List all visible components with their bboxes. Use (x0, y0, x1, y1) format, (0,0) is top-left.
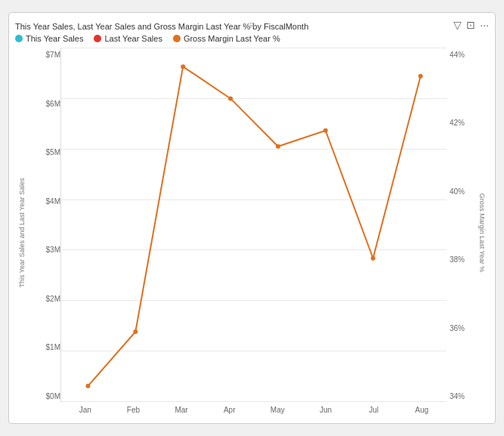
y-left-tick: $0M (46, 392, 60, 400)
x-label: Jun (304, 402, 348, 417)
y-right-tick: 38% (450, 255, 465, 264)
grid-line (61, 401, 447, 402)
y-left-tick: $4M (46, 197, 60, 206)
bar-group[interactable] (113, 51, 156, 401)
legend-label: Gross Margin Last Year % (184, 34, 280, 43)
chart-area: This Year Sales and Last Year Sales $7M$… (15, 48, 489, 417)
chart-plot (60, 48, 447, 402)
y-right-tick: 42% (450, 119, 465, 127)
bar-group[interactable] (400, 51, 444, 401)
x-label: May (256, 402, 300, 417)
legend-item: Gross Margin Last Year % (173, 34, 280, 43)
y-left-tick: $6M (46, 100, 60, 108)
x-label: Feb (112, 402, 156, 417)
legend-label: Last Year Sales (104, 34, 162, 43)
top-icons: ▽ ⊡ ··· (453, 19, 489, 31)
bar-group[interactable] (209, 51, 252, 401)
y-axis-right-label: Gross Margin Last Year % (478, 193, 486, 272)
y-axis-left-label: This Year Sales and Last Year Sales (18, 178, 26, 287)
x-labels: JanFebMarAprMayJunJulAug (60, 402, 447, 417)
drag-handle[interactable]: ≡ (249, 19, 255, 31)
bars-container (61, 48, 447, 401)
legend-label: This Year Sales (26, 34, 83, 43)
legend-dot (173, 35, 181, 42)
y-left-tick: $3M (46, 246, 60, 254)
y-left-tick: $5M (46, 148, 60, 156)
x-label: Aug (400, 402, 444, 417)
filter-icon[interactable]: ▽ (453, 19, 462, 31)
y-right-tick: 40% (450, 187, 465, 196)
bar-group[interactable] (160, 51, 204, 401)
y-left-tick: $7M (46, 51, 60, 59)
bar-group[interactable] (305, 51, 348, 401)
bar-group[interactable] (256, 51, 300, 401)
y-axis-right: 44%42%40%38%36%34% (447, 48, 475, 417)
chart-card: ≡ ▽ ⊡ ··· This Year Sales, Last Year Sal… (8, 12, 496, 424)
chart-inner: JanFebMarAprMayJunJulAug (60, 48, 447, 417)
y-left-tick: $1M (46, 343, 60, 351)
legend: This Year SalesLast Year SalesGross Marg… (15, 34, 489, 43)
y-axis-left: $7M$6M$5M$4M$3M$2M$1M$0M (29, 48, 60, 417)
focus-icon[interactable]: ⊡ (466, 19, 475, 31)
y-left-tick: $2M (46, 295, 60, 303)
legend-item: This Year Sales (15, 34, 83, 43)
y-right-tick: 34% (450, 392, 465, 400)
legend-dot (94, 35, 101, 42)
x-label: Jul (352, 402, 396, 417)
legend-item: Last Year Sales (94, 34, 162, 43)
y-right-tick: 36% (450, 324, 465, 332)
x-label: Mar (159, 402, 203, 417)
bar-group[interactable] (64, 51, 108, 401)
bar-group[interactable] (352, 51, 396, 401)
y-right-tick: 44% (450, 51, 465, 59)
x-label: Apr (208, 402, 252, 417)
legend-dot (15, 35, 23, 42)
x-label: Jan (63, 402, 107, 417)
more-icon[interactable]: ··· (480, 19, 489, 31)
